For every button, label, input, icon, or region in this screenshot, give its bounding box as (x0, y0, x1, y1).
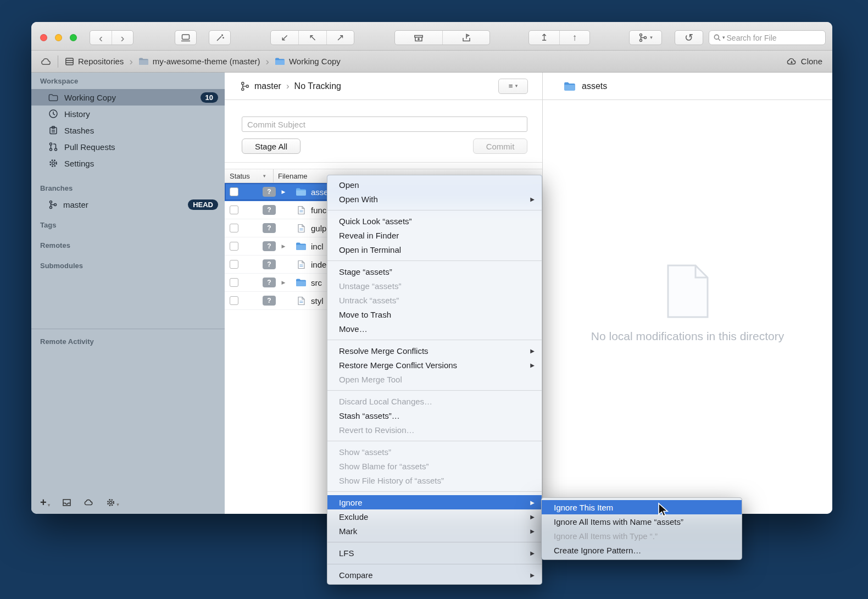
refresh-button[interactable]: ↺ (675, 31, 703, 45)
row-checkbox[interactable] (230, 206, 238, 214)
add-button[interactable]: +▾ (40, 497, 50, 508)
menu-item-exclude[interactable]: Exclude▶ (327, 509, 542, 524)
sidebar-item-stashes[interactable]: Stashes (31, 122, 225, 138)
view-options-button[interactable]: ≡ ▾ (498, 79, 528, 94)
forward-button[interactable]: › (112, 31, 133, 45)
section-submodules[interactable]: Submodules (31, 253, 225, 274)
menu-item-compare[interactable]: Compare▶ (327, 568, 542, 582)
zoom-window-button[interactable] (70, 34, 77, 41)
list-icon: ≡ (509, 82, 513, 90)
menu-item-reveal-in-finder[interactable]: Reveal in Finder (327, 228, 542, 242)
status-badge: ? (263, 241, 276, 251)
sidebar-item-master[interactable]: master HEAD (31, 196, 225, 213)
tray-button[interactable] (62, 498, 71, 507)
status-badge: ? (263, 259, 276, 269)
menu-item-restore-merge-conflict-versions[interactable]: Restore Merge Conflict Versions▶ (327, 358, 542, 372)
column-filename[interactable]: Filename (278, 172, 307, 180)
magic-wand-button[interactable] (209, 31, 230, 45)
sidebar-item-settings[interactable]: Settings (31, 155, 225, 171)
empty-message: No local modifications in this directory (543, 330, 832, 343)
clone-button[interactable]: Clone (786, 57, 822, 66)
commit-area: Stage All Commit (225, 100, 542, 163)
row-checkbox[interactable] (230, 187, 238, 196)
submenu-arrow-icon: ▶ (530, 362, 535, 368)
menu-item-move[interactable]: Move… (327, 321, 542, 336)
push-button[interactable]: ↑ (559, 31, 589, 45)
branch-menu-button[interactable]: ▾ (630, 31, 661, 45)
push-branch-icon: ↗ (336, 33, 344, 42)
menu-item-open[interactable]: Open (327, 178, 542, 192)
breadcrumb-repositories[interactable]: Repositories (64, 57, 125, 66)
branch-graph-icon (240, 81, 249, 91)
count-badge: 10 (201, 92, 218, 103)
sidebar-bottom-bar: +▾ ▾ (31, 491, 225, 514)
menu-item-quick-look[interactable]: Quick Look “assets” (327, 214, 542, 228)
menu-item-show-blame: Show Blame for “assets” (327, 459, 542, 473)
close-window-button[interactable] (40, 34, 47, 41)
submenu-item-ignore-this-item[interactable]: Ignore This Item (542, 500, 742, 514)
chevron-down-icon: ▾ (48, 503, 51, 508)
submenu-arrow-icon: ▶ (530, 572, 535, 578)
commit-view-group (175, 30, 197, 45)
stash-button[interactable] (395, 31, 442, 45)
search-input[interactable] (727, 34, 821, 42)
cloud-button[interactable] (84, 498, 94, 506)
menu-item-lfs[interactable]: LFS▶ (327, 546, 542, 560)
menu-item-move-to-trash[interactable]: Move to Trash (327, 307, 542, 321)
menu-divider (327, 210, 542, 210)
checkout-button[interactable]: ↖ (298, 31, 326, 45)
commit-button[interactable] (175, 31, 196, 45)
menu-item-open-with[interactable]: Open With▶ (327, 192, 542, 206)
sort-chevron-icon[interactable]: ▾ (263, 173, 266, 179)
sidebar-item-working-copy[interactable]: Working Copy 10 (31, 89, 225, 106)
menu-item-stage[interactable]: Stage “assets” (327, 264, 542, 279)
column-status[interactable]: Status (230, 172, 250, 180)
row-checkbox[interactable] (230, 278, 238, 287)
menu-item-mark[interactable]: Mark▶ (327, 524, 542, 538)
breadcrumb-separator-icon: › (266, 56, 269, 68)
section-remotes[interactable]: Remotes (31, 233, 225, 253)
chevron-down-icon: ▾ (116, 502, 119, 507)
push-branch-button[interactable]: ↗ (326, 31, 354, 45)
pull-button[interactable]: ↥ (529, 31, 559, 45)
row-checkbox[interactable] (230, 296, 238, 305)
merge-button[interactable]: ↙ (271, 31, 298, 45)
breadcrumb-repository[interactable]: my-awesome-theme (master) (137, 57, 261, 66)
detail-header: assets (543, 73, 832, 100)
commit-subject-input[interactable] (242, 117, 527, 132)
row-checkbox[interactable] (230, 260, 238, 269)
discard-button[interactable] (442, 31, 489, 45)
submenu-item-ignore-all-with-name[interactable]: Ignore All Items with Name “assets” (542, 514, 742, 529)
menu-item-open-in-terminal[interactable]: Open in Terminal (327, 242, 542, 257)
gear-icon (106, 498, 115, 507)
submenu-arrow-icon: ▶ (530, 196, 535, 202)
menu-item-ignore[interactable]: Ignore▶ (327, 495, 542, 509)
minimize-window-button[interactable] (55, 34, 62, 41)
row-checkbox[interactable] (230, 242, 238, 251)
section-branches[interactable]: Branches (31, 176, 225, 196)
menu-item-revert-to-revision: Revert to Revision… (327, 423, 542, 437)
row-checkbox[interactable] (230, 224, 238, 232)
disclosure-icon[interactable]: ▶ (280, 243, 287, 249)
folder-blue-icon (296, 242, 307, 251)
cloud-icon[interactable] (40, 57, 52, 66)
submenu-item-create-ignore-pattern[interactable]: Create Ignore Pattern… (542, 543, 742, 557)
sidebar-item-pull-requests[interactable]: Pull Requests (31, 138, 225, 155)
settings-menu-button[interactable]: ▾ (106, 498, 119, 507)
menu-item-stash[interactable]: Stash “assets”… (327, 408, 542, 423)
breadcrumb-working-copy[interactable]: Working Copy (274, 57, 342, 66)
section-tags[interactable]: Tags (31, 213, 225, 233)
disclosure-icon[interactable]: ▶ (280, 189, 287, 195)
menu-item-show: Show “assets” (327, 445, 542, 459)
menu-item-resolve-merge-conflicts[interactable]: Resolve Merge Conflicts▶ (327, 343, 542, 358)
search-icon (714, 34, 721, 41)
back-button[interactable]: ‹ (90, 31, 112, 45)
sidebar-item-history[interactable]: History (31, 106, 225, 122)
merge-icon: ↙ (281, 33, 288, 42)
branch-header: master › No Tracking ≡ ▾ (225, 73, 542, 100)
chevron-down-icon: ▾ (650, 35, 653, 40)
document-icon (666, 264, 710, 319)
empty-state: No local modifications in this directory (543, 264, 832, 343)
stage-all-button[interactable]: Stage All (242, 138, 301, 154)
disclosure-icon[interactable]: ▶ (280, 280, 287, 285)
